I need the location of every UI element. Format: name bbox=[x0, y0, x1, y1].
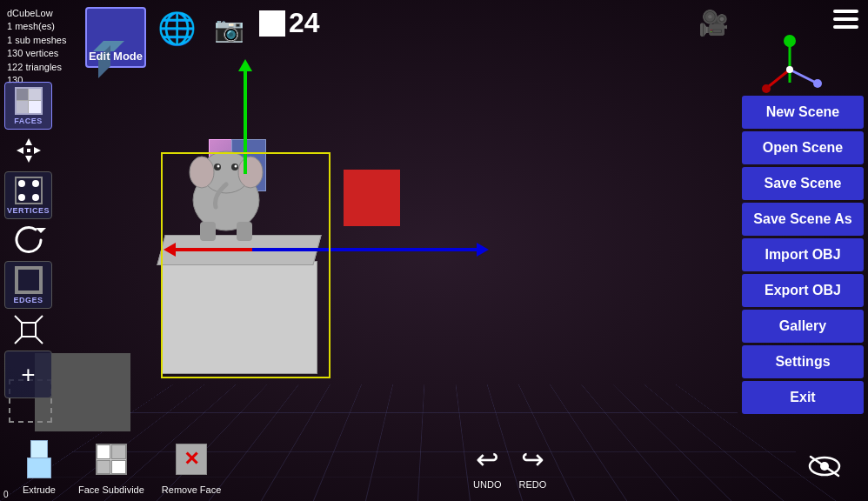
visibility-toggle[interactable] bbox=[798, 444, 851, 488]
redo-label: REDO bbox=[518, 479, 546, 490]
video-camera-icon[interactable]: 🎥 bbox=[698, 9, 729, 37]
orientation-gizmo bbox=[755, 35, 825, 104]
extrude-base bbox=[27, 458, 51, 478]
svg-point-15 bbox=[813, 79, 822, 88]
svg-line-26 bbox=[36, 316, 43, 323]
new-scene-button[interactable]: New Scene bbox=[742, 96, 864, 129]
frame-counter: 24 bbox=[259, 7, 320, 39]
top-bar: dCubeLow 1 mesh(es) 1 sub meshes 130 ver… bbox=[0, 0, 868, 78]
info-panel: dCubeLow 1 mesh(es) 1 sub meshes 130 ver… bbox=[7, 7, 77, 87]
svg-marker-20 bbox=[17, 147, 23, 154]
facesubdiv-cell-3 bbox=[97, 460, 111, 475]
sub-meshes: 1 sub meshes bbox=[7, 34, 77, 47]
svg-rect-24 bbox=[22, 323, 36, 337]
export-obj-button[interactable]: Export OBJ bbox=[742, 274, 864, 307]
svg-line-12 bbox=[768, 70, 790, 87]
frame-box bbox=[259, 10, 285, 37]
add-icon: + bbox=[21, 361, 35, 389]
svg-line-14 bbox=[790, 70, 816, 83]
settings-button[interactable]: Settings bbox=[742, 345, 864, 378]
vertices-count: 130 vertices bbox=[7, 47, 77, 60]
facesubdiv-cell-4 bbox=[111, 460, 126, 475]
face-subdivide-tool[interactable]: Face Subdivide bbox=[78, 438, 144, 495]
left-toolbar: FACES VERTICES bbox=[0, 78, 57, 402]
redo-button[interactable]: ↪ REDO bbox=[518, 443, 546, 490]
remove-face-label: Remove Face bbox=[162, 484, 221, 495]
extrude-top bbox=[30, 440, 48, 459]
save-scene-as-button[interactable]: Save Scene As bbox=[742, 203, 864, 236]
exit-button[interactable]: Exit bbox=[742, 381, 864, 414]
edges-icon bbox=[15, 266, 43, 294]
faces-tool-button[interactable]: FACES bbox=[4, 82, 52, 130]
undo-button[interactable]: ↩ UNDO bbox=[473, 443, 501, 490]
gallery-button[interactable]: Gallery bbox=[742, 310, 864, 343]
ham-line-1 bbox=[833, 10, 858, 13]
import-obj-button[interactable]: Import OBJ bbox=[742, 238, 864, 271]
svg-marker-23 bbox=[36, 228, 46, 233]
cube-front-face bbox=[98, 20, 119, 41]
rotate-tool-button[interactable] bbox=[11, 223, 46, 257]
svg-marker-18 bbox=[25, 138, 32, 145]
extrude-label: Extrude bbox=[23, 484, 56, 495]
object-name: dCubeLow bbox=[7, 7, 77, 20]
triangles-count: 122 triangles bbox=[7, 61, 77, 74]
svg-line-28 bbox=[36, 337, 43, 344]
faces-icon bbox=[15, 87, 43, 115]
svg-point-16 bbox=[786, 66, 793, 73]
x-mark: ✕ bbox=[184, 450, 199, 469]
globe-icon[interactable]: 🌐 bbox=[155, 7, 198, 50]
selection-wireframe bbox=[161, 152, 331, 378]
add-object-button[interactable]: + bbox=[4, 351, 52, 398]
edit-mode-label: Edit Mode bbox=[87, 50, 144, 63]
faces-label: FACES bbox=[14, 117, 43, 125]
svg-marker-19 bbox=[25, 156, 32, 163]
undo-icon: ↩ bbox=[476, 443, 499, 476]
remove-face-icon: ✕ bbox=[170, 438, 213, 481]
edges-label: EDGES bbox=[13, 296, 43, 304]
ham-line-3 bbox=[833, 25, 858, 29]
extrude-icon bbox=[17, 438, 61, 481]
move-tool-button[interactable] bbox=[11, 133, 46, 168]
redo-icon: ↪ bbox=[521, 443, 544, 476]
remove-face-shape: ✕ bbox=[176, 444, 207, 475]
vertices-tool-button[interactable]: VERTICES bbox=[4, 171, 52, 219]
snapshot-camera-icon[interactable]: 📷 bbox=[207, 7, 250, 50]
vertices-label: VERTICES bbox=[7, 206, 50, 215]
remove-face-tool[interactable]: ✕ Remove Face bbox=[162, 438, 221, 495]
svg-line-25 bbox=[15, 316, 22, 323]
frame-number: 24 bbox=[289, 7, 320, 39]
ham-line-2 bbox=[833, 17, 858, 21]
svg-point-17 bbox=[784, 35, 796, 47]
edges-tool-button[interactable]: EDGES bbox=[4, 261, 52, 309]
hamburger-menu[interactable] bbox=[831, 7, 861, 31]
undo-label: UNDO bbox=[473, 479, 501, 490]
open-scene-button[interactable]: Open Scene bbox=[742, 131, 864, 164]
red-box bbox=[344, 170, 400, 226]
svg-point-13 bbox=[762, 84, 771, 93]
mode-icon-button[interactable]: Edit Mode bbox=[85, 7, 146, 68]
scale-tool-button[interactable] bbox=[11, 312, 46, 347]
bottom-coord: 0 bbox=[3, 490, 9, 499]
face-subdivide-shape bbox=[96, 444, 127, 475]
facesubdiv-cell-1 bbox=[97, 444, 111, 459]
right-menu: New Scene Open Scene Save Scene Save Sce… bbox=[742, 96, 868, 414]
save-scene-button[interactable]: Save Scene bbox=[742, 167, 864, 200]
face-subdivide-icon bbox=[90, 438, 133, 481]
extrude-tool[interactable]: Extrude bbox=[17, 438, 61, 495]
svg-rect-22 bbox=[27, 149, 30, 152]
vertices-icon bbox=[15, 177, 43, 204]
svg-marker-21 bbox=[34, 147, 41, 154]
svg-line-27 bbox=[15, 337, 22, 344]
mesh-count: 1 mesh(es) bbox=[7, 20, 77, 33]
face-subdivide-label: Face Subdivide bbox=[78, 484, 144, 495]
bottom-toolbar: Extrude Face Subdivide ✕ Remove Face ↩ U… bbox=[0, 431, 868, 501]
extrude-shape bbox=[23, 440, 55, 478]
facesubdiv-cell-2 bbox=[111, 444, 126, 459]
